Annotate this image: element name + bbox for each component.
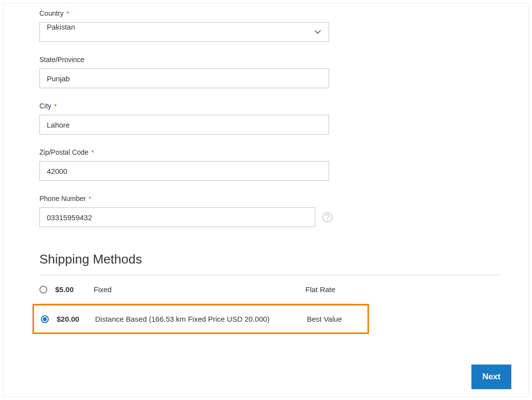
country-label: Country * bbox=[39, 9, 529, 17]
shipping-method-name: Distance Based (166.53 km Fixed Price US… bbox=[95, 315, 307, 323]
form-container: Country * Pakistan State/Province City * bbox=[3, 9, 529, 334]
phone-label-text: Phone Number bbox=[39, 195, 86, 202]
shipping-methods-table: $5.00 Fixed Flat Rate $20.00 Distance Ba… bbox=[39, 275, 352, 334]
city-label: City * bbox=[39, 102, 529, 110]
phone-row bbox=[39, 207, 529, 227]
required-indicator: * bbox=[92, 149, 94, 156]
shipping-method-row[interactable]: $20.00 Distance Based (166.53 km Fixed P… bbox=[41, 306, 367, 332]
city-input[interactable] bbox=[39, 115, 329, 134]
shipping-price: $5.00 bbox=[55, 285, 94, 294]
city-label-text: City bbox=[39, 102, 51, 110]
field-zip: Zip/Postal Code * bbox=[39, 148, 529, 181]
zip-input[interactable] bbox=[39, 161, 329, 181]
phone-label: Phone Number * bbox=[39, 195, 529, 202]
shipping-carrier: Flat Rate bbox=[305, 285, 352, 294]
field-country: Country * Pakistan bbox=[39, 9, 529, 42]
shipping-price: $20.00 bbox=[57, 315, 95, 323]
zip-label: Zip/Postal Code * bbox=[39, 148, 529, 156]
required-indicator: * bbox=[66, 10, 69, 17]
page-frame: Country * Pakistan State/Province City * bbox=[3, 3, 529, 397]
state-label: State/Province bbox=[39, 56, 529, 64]
field-state: State/Province bbox=[39, 56, 529, 88]
shipping-radio-distance[interactable] bbox=[41, 315, 49, 323]
required-indicator: * bbox=[89, 195, 91, 202]
help-icon[interactable] bbox=[322, 212, 333, 223]
zip-label-text: Zip/Postal Code bbox=[39, 148, 89, 156]
required-indicator: * bbox=[54, 102, 57, 110]
shipping-radio-fixed[interactable] bbox=[39, 286, 47, 294]
field-city: City * bbox=[39, 102, 529, 134]
country-label-text: Country bbox=[39, 9, 64, 17]
shipping-carrier: Best Value bbox=[307, 315, 367, 323]
next-button[interactable]: Next bbox=[471, 365, 511, 389]
shipping-methods-section: Shipping Methods $5.00 Fixed Flat Rate bbox=[39, 252, 529, 334]
shipping-methods-title: Shipping Methods bbox=[39, 252, 529, 267]
radio-cell bbox=[39, 286, 55, 294]
radio-cell bbox=[41, 315, 57, 323]
country-select[interactable]: Pakistan bbox=[39, 22, 329, 42]
shipping-method-row[interactable]: $5.00 Fixed Flat Rate bbox=[39, 275, 352, 303]
state-input[interactable] bbox=[39, 68, 329, 88]
phone-input[interactable] bbox=[39, 207, 315, 227]
country-select-wrapper: Pakistan bbox=[39, 22, 329, 42]
shipping-method-name: Fixed bbox=[94, 285, 305, 294]
svg-point-1 bbox=[327, 219, 328, 220]
field-phone: Phone Number * bbox=[39, 195, 529, 227]
highlighted-shipping-option: $20.00 Distance Based (166.53 km Fixed P… bbox=[33, 304, 369, 334]
